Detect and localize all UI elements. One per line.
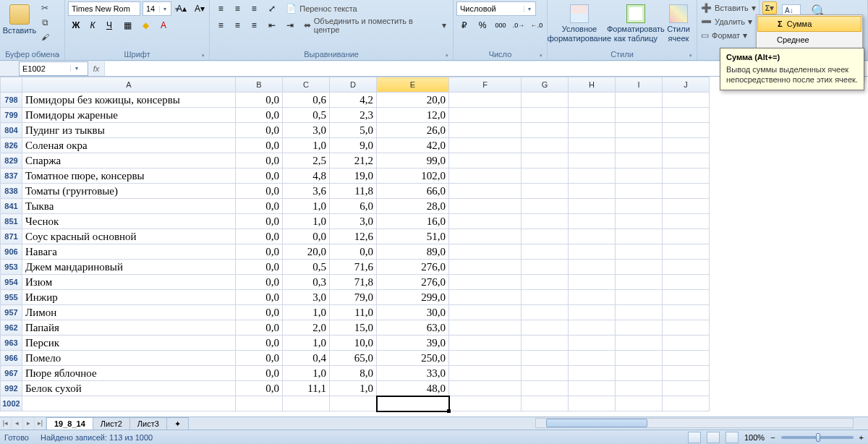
cell[interactable]	[522, 305, 569, 320]
cell[interactable]	[616, 275, 663, 290]
cell[interactable]	[449, 336, 522, 351]
cell[interactable]: 11,8	[330, 184, 377, 199]
cell[interactable]: 4,8	[283, 168, 330, 184]
cell-styles-button[interactable]: Стили ячеек	[663, 1, 694, 44]
cell[interactable]	[449, 244, 522, 260]
col-header-B[interactable]: B	[236, 77, 283, 93]
cell[interactable]	[522, 336, 569, 351]
tab-nav-first[interactable]: |◂	[0, 417, 12, 430]
tab-nav-prev[interactable]: ◂	[12, 417, 23, 430]
cell[interactable]: 276,0	[377, 260, 449, 275]
col-header-H[interactable]: H	[569, 77, 616, 93]
cell[interactable]: 0,0	[236, 275, 283, 290]
cell[interactable]: 71,8	[330, 275, 377, 290]
cell[interactable]: 1,0	[283, 214, 330, 229]
zoom-out-button[interactable]: −	[770, 433, 775, 442]
cell[interactable]: 1,0	[283, 199, 330, 214]
increase-indent-button[interactable]: ⇥	[282, 18, 298, 33]
cell[interactable]: 0,0	[236, 290, 283, 305]
cell[interactable]	[616, 260, 663, 275]
cell[interactable]: 0,0	[236, 351, 283, 366]
cell[interactable]: 11,0	[330, 305, 377, 320]
decrease-indent-button[interactable]: ⇤	[264, 18, 280, 33]
orientation-button[interactable]: ⤢	[264, 1, 280, 16]
cell[interactable]	[616, 199, 663, 214]
conditional-format-button[interactable]: Условное форматирование	[550, 1, 608, 44]
name-box[interactable]: ▾	[19, 61, 88, 76]
number-format-combo[interactable]: ▾	[456, 1, 536, 16]
grow-font-button[interactable]: A▴	[174, 1, 190, 16]
cell[interactable]: 30,0	[377, 305, 449, 320]
cell[interactable]: 0,0	[236, 366, 283, 381]
cell[interactable]: Белок сухой	[22, 381, 236, 396]
cell[interactable]: 12,0	[377, 108, 449, 123]
cell[interactable]: 0,0	[236, 320, 283, 336]
cell[interactable]	[449, 184, 522, 199]
cell[interactable]: 299,0	[377, 290, 449, 305]
tab-sheet2[interactable]: Лист2	[93, 417, 130, 430]
align-bottom-button[interactable]: ≡	[246, 1, 262, 16]
cell[interactable]	[663, 108, 710, 123]
scroll-thumb[interactable]	[546, 419, 647, 427]
cell[interactable]: 3,0	[283, 290, 330, 305]
wrap-text-button[interactable]: 📄Перенос текста	[282, 2, 361, 15]
cell[interactable]	[449, 168, 522, 184]
cell[interactable]	[569, 290, 616, 305]
cell[interactable]	[522, 229, 569, 244]
cell[interactable]: 79,0	[330, 290, 377, 305]
cell[interactable]	[569, 260, 616, 275]
cell[interactable]	[663, 244, 710, 260]
cell[interactable]: 12,6	[330, 229, 377, 244]
align-middle-button[interactable]: ≡	[229, 1, 245, 16]
fill-color-button[interactable]: ◆	[137, 18, 153, 33]
cell[interactable]: 250,0	[377, 351, 449, 366]
cell[interactable]	[522, 168, 569, 184]
cell[interactable]	[449, 260, 522, 275]
tab-sheet1[interactable]: 19_8_14	[46, 417, 93, 430]
zoom-in-button[interactable]: +	[859, 433, 864, 442]
cell[interactable]: 8,0	[330, 366, 377, 381]
cell[interactable]: 1,0	[283, 366, 330, 381]
cell[interactable]: 63,0	[377, 320, 449, 336]
cell[interactable]: 0,0	[236, 93, 283, 108]
cell[interactable]: 2,0	[283, 320, 330, 336]
bold-button[interactable]: Ж	[68, 18, 84, 33]
cut-button[interactable]	[38, 1, 52, 14]
row-header[interactable]: 837	[1, 168, 22, 184]
font-color-button[interactable]: A	[156, 18, 171, 33]
cell[interactable]	[236, 396, 283, 411]
row-header[interactable]: 992	[1, 381, 22, 396]
cell[interactable]	[449, 290, 522, 305]
increase-decimal-button[interactable]: .0→	[511, 18, 527, 33]
italic-button[interactable]: К	[85, 18, 101, 33]
cell[interactable]: 71,6	[330, 260, 377, 275]
col-header-C[interactable]: C	[283, 77, 330, 93]
cell[interactable]	[569, 275, 616, 290]
horizontal-scrollbar[interactable]	[535, 418, 854, 430]
view-normal-button[interactable]	[688, 432, 701, 443]
cell[interactable]: 0,0	[236, 244, 283, 260]
cell[interactable]	[663, 123, 710, 138]
col-header-G[interactable]: G	[522, 77, 569, 93]
cell[interactable]: 39,0	[377, 336, 449, 351]
cell[interactable]	[522, 108, 569, 123]
cell[interactable]	[616, 184, 663, 199]
format-cells-button[interactable]: ▭Формат▾	[700, 29, 748, 42]
cell[interactable]: 0,0	[283, 229, 330, 244]
cell[interactable]: 2,3	[330, 108, 377, 123]
cell[interactable]	[569, 244, 616, 260]
font-name-combo[interactable]: ▾	[68, 1, 140, 16]
col-header-J[interactable]: J	[663, 77, 710, 93]
cell[interactable]	[663, 336, 710, 351]
decrease-decimal-button[interactable]: ←.0	[529, 18, 545, 33]
cell[interactable]: Тыква	[22, 199, 236, 214]
shrink-font-button[interactable]: A▾	[192, 1, 208, 16]
autosum-button[interactable]: ▾	[762, 1, 777, 14]
cell[interactable]	[616, 214, 663, 229]
col-header-D[interactable]: D	[330, 77, 377, 93]
cell[interactable]	[616, 351, 663, 366]
row-header[interactable]: 954	[1, 275, 22, 290]
cell[interactable]: 0,0	[236, 199, 283, 214]
cell[interactable]: 0,3	[283, 275, 330, 290]
sum-menu-item[interactable]: Сумма	[757, 16, 861, 32]
